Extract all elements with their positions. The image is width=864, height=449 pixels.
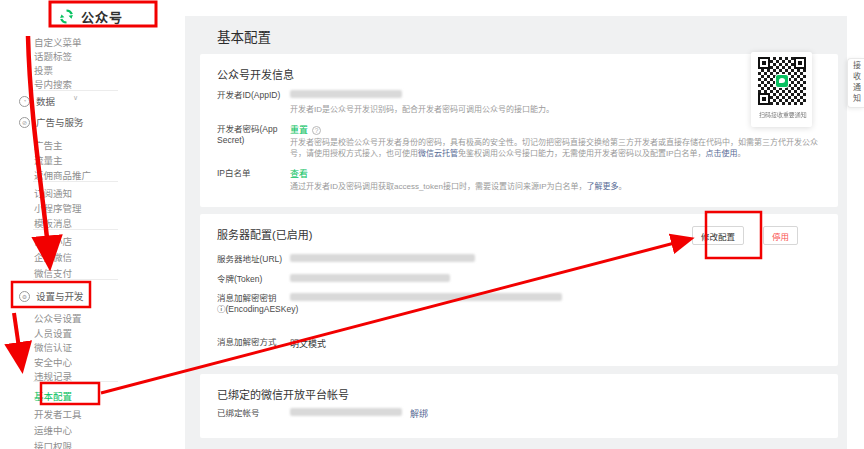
- sidebar-item-wechat-store[interactable]: 微信小店: [34, 234, 72, 248]
- token-label: 令牌(Token): [217, 274, 287, 285]
- ip-desc-end: 。: [618, 182, 626, 191]
- sidebar-item-search[interactable]: 号内搜索: [34, 77, 72, 91]
- bound-account-label: 已绑定帐号: [217, 408, 287, 419]
- disable-button[interactable]: 停用: [763, 226, 798, 245]
- sidebar-item-account-settings[interactable]: 公众号设置: [34, 311, 82, 325]
- bound-account-value-redacted: [290, 408, 402, 416]
- sidebar-item-staff-settings[interactable]: 人员设置: [34, 326, 72, 340]
- qr-finder-icon: [758, 57, 770, 69]
- sidebar-item-wechat-pay[interactable]: 微信支付: [34, 266, 72, 280]
- data-section-icon: ◔: [19, 96, 30, 107]
- sidebar-divider: [33, 90, 118, 91]
- chevron-down-icon[interactable]: [73, 94, 78, 102]
- chevron-up-icon[interactable]: [73, 289, 78, 297]
- sidebar-divider: [33, 279, 118, 280]
- qr-code: [758, 57, 806, 105]
- encrypt-mode-label: 消息加解密方式: [217, 337, 297, 348]
- open-platform-card: 已绑定的微信开放平台帐号 已绑定帐号 解绑: [200, 374, 838, 438]
- sidebar-divider: [33, 381, 118, 382]
- appsecret-desc-end: 。: [738, 149, 746, 158]
- mp-logo[interactable]: 公众号: [58, 7, 123, 26]
- ip-whitelist-label: IP白名单: [217, 168, 287, 179]
- ip-desc-text: 通过开发者ID及密码调用获取access_token接口时，需要设置访问来源IP…: [290, 182, 586, 191]
- ip-whitelist-desc: 通过开发者ID及密码调用获取access_token接口时，需要设置访问来源IP…: [290, 181, 820, 192]
- sidebar-item-verification[interactable]: 微信认证: [34, 340, 72, 354]
- modify-config-button[interactable]: 修改配置: [692, 226, 744, 245]
- server-config-title: 服务器配置(已启用): [217, 226, 312, 242]
- mp-logo-icon: [58, 8, 75, 25]
- notify-tab[interactable]: 接收通知: [847, 58, 864, 108]
- sidebar-item-security-center[interactable]: 安全中心: [34, 355, 72, 369]
- sidebar-item-template-msg[interactable]: 模板消息: [34, 216, 72, 230]
- page-title: 基本配置: [217, 26, 271, 46]
- qr-finder-icon: [758, 93, 770, 105]
- token-value-redacted: [290, 274, 450, 282]
- sidebar-item-basic-config[interactable]: 基本配置: [34, 389, 72, 403]
- unbind-link[interactable]: 解绑: [410, 409, 428, 419]
- wechat-mp-basic-config-page: 公众号 自定义菜单 话题标签 投票 号内搜索 ◔ 数据 ⊘ 广告与服务 广告主 …: [0, 0, 864, 449]
- appid-value-redacted: [290, 90, 402, 98]
- sidebar-item-advertiser[interactable]: 广告主: [34, 138, 63, 152]
- server-url-label: 服务器地址(URL): [217, 254, 287, 265]
- appsecret-desc-text2: 免鉴权调用公众号接口能力，无需使用开发者密码以及配置IP白名单，: [458, 149, 706, 158]
- server-url-value-redacted: [290, 254, 475, 262]
- sidebar: 公众号 自定义菜单 话题标签 投票 号内搜索 ◔ 数据 ⊘ 广告与服务 广告主 …: [0, 0, 185, 449]
- sidebar-item-subscribe-notice[interactable]: 订阅通知: [34, 186, 72, 200]
- appsecret-reset-row: 重置?: [290, 123, 321, 136]
- server-config-card: 服务器配置(已启用) 修改配置 停用 服务器地址(URL) 令牌(Token) …: [200, 214, 838, 366]
- notify-qr-widget: 扫码接收重要通知: [751, 52, 812, 127]
- reset-secret-link[interactable]: 重置: [290, 125, 308, 135]
- sidebar-item-custom-menu[interactable]: 自定义菜单: [34, 35, 82, 49]
- dev-info-card: 公众号开发信息 开发者ID(AppID) 开发者ID是公众号开发识别码，配合开发…: [200, 54, 838, 207]
- appsecret-label: 开发者密码(App Secret): [217, 124, 287, 146]
- info-icon[interactable]: ?: [312, 126, 321, 135]
- appid-label: 开发者ID(AppID): [217, 90, 287, 101]
- sidebar-divider: [33, 229, 118, 230]
- sidebar-item-miniprogram[interactable]: 小程序管理: [34, 201, 82, 215]
- learn-more-link[interactable]: 了解更多: [586, 182, 618, 191]
- click-to-use-link[interactable]: 点击使用: [706, 149, 738, 158]
- sidebar-divider: [33, 181, 118, 182]
- sidebar-item-vote[interactable]: 投票: [34, 63, 53, 77]
- sidebar-item-topic-tags[interactable]: 话题标签: [34, 49, 72, 63]
- sidebar-item-traffic[interactable]: 流量主: [34, 153, 63, 167]
- qr-finder-icon: [794, 57, 806, 69]
- sidebar-item-wecom[interactable]: 企业微信: [34, 250, 72, 264]
- cloud-hosting-link[interactable]: 微信云托管: [418, 149, 458, 158]
- ads-section-icon: ⊘: [19, 117, 30, 128]
- sidebar-section-data-label: 数据: [36, 94, 55, 108]
- aes-key-value-redacted: [290, 293, 562, 301]
- view-ip-link[interactable]: 查看: [290, 169, 308, 179]
- sidebar-item-commission[interactable]: 返佣商品推广: [34, 168, 91, 182]
- sidebar-item-api-permission[interactable]: 接口权限: [34, 439, 72, 449]
- appsecret-desc: 开发者密码是校验公众号开发者身份的密码，具有极高的安全性。切记勿把密码直接交换给…: [290, 137, 820, 159]
- chevron-up-icon[interactable]: [73, 115, 78, 123]
- open-platform-title: 已绑定的微信开放平台帐号: [217, 386, 349, 402]
- aes-key-label: 消息加解密密钥 ⓘ(EncodingAESKey): [217, 293, 287, 315]
- sidebar-item-developer-tools[interactable]: 开发者工具: [34, 407, 82, 421]
- sidebar-item-ops-center[interactable]: 运维中心: [34, 423, 72, 437]
- gear-icon: ⚙: [19, 291, 30, 302]
- dev-info-title: 公众号开发信息: [217, 66, 294, 82]
- sidebar-section-data[interactable]: ◔ 数据: [19, 94, 55, 108]
- mp-logo-label: 公众号: [81, 7, 123, 26]
- appid-desc: 开发者ID是公众号开发识别码，配合开发者密码可调用公众号的接口能力。: [290, 104, 820, 115]
- wechat-logo-icon: [775, 74, 789, 88]
- encrypt-mode-value: 明文模式: [290, 337, 326, 350]
- qr-caption: 扫码接收重要通知: [759, 109, 804, 118]
